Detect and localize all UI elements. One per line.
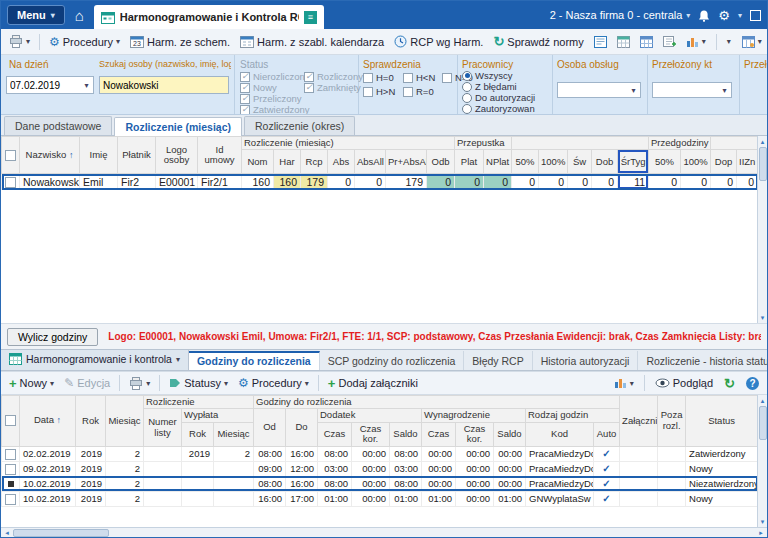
col-dodatek-czas-kor[interactable]: Czas kor. — [352, 422, 390, 446]
tab-bledy-rcp[interactable]: Błędy RCP — [464, 351, 532, 370]
radio-wszyscy[interactable]: Wszyscy — [462, 70, 512, 81]
radio-z-bledami[interactable]: Z błędami — [462, 81, 517, 92]
radio-zautoryzowane[interactable]: Zautoryzowan — [462, 103, 535, 114]
col-zalacznik[interactable]: Załącznik — [620, 396, 658, 447]
col-dodatek-czas[interactable]: Czas — [318, 422, 352, 446]
col-absall[interactable]: AbsAll — [355, 150, 386, 174]
home-icon[interactable]: ⌂ — [71, 8, 88, 23]
col-numer-listy[interactable]: Numer listy — [144, 409, 182, 446]
col-kod[interactable]: Kod — [526, 422, 594, 446]
col-status[interactable]: Status — [686, 396, 758, 447]
col-do[interactable]: Do — [286, 409, 318, 446]
select-all-header-lower[interactable] — [2, 396, 20, 447]
cell-auto[interactable]: ✓ — [594, 461, 620, 476]
statuses-menu[interactable]: Statusy ▾ — [165, 375, 232, 391]
calendar-month-button[interactable] — [613, 34, 634, 50]
app-tab[interactable]: Harmonogramowanie i Kontrola RC ≡ — [94, 5, 324, 29]
row-checkbox[interactable] — [5, 464, 16, 475]
tab-historia-autoryzacji[interactable]: Historia autoryzacji — [533, 351, 639, 370]
hours-row-selected[interactable]: 10.02.2019 2019 2 08:00 16:00 08:00 00:0… — [2, 476, 758, 491]
check-norms-button[interactable]: ↻ Sprawdź normy — [489, 33, 587, 50]
harmonogram-from-template-button[interactable]: Harm. z szabl. kalendarza — [236, 33, 388, 50]
checkbox-zamkniety[interactable]: ✓Zamknięty — [304, 82, 361, 93]
calculate-hours-button[interactable]: Wylicz godziny — [7, 328, 98, 346]
select-all-checkbox[interactable] — [5, 150, 16, 161]
summary-table-button[interactable] — [636, 34, 657, 50]
row-select-cell[interactable] — [2, 491, 20, 506]
scroll-down-icon[interactable]: ▾ — [761, 312, 765, 323]
checkbox-zatwierdzony[interactable]: ✓Zatwierdzony — [240, 104, 310, 115]
scroll-thumb[interactable] — [13, 529, 109, 537]
col-50[interactable]: 50% — [512, 150, 539, 174]
col-100[interactable]: 100% — [539, 150, 568, 174]
refresh-button-lower[interactable]: ↻ — [720, 375, 739, 392]
col-platnik[interactable]: Płatnik — [118, 137, 156, 174]
col-miesiac[interactable]: Miesiąc — [106, 396, 144, 447]
checkbox-przeliczony[interactable]: ✓Przeliczony — [240, 93, 302, 104]
col-rcp[interactable]: Rcp — [301, 150, 328, 174]
rcp-entries-button[interactable] — [590, 34, 611, 50]
cell-auto[interactable]: ✓ — [594, 491, 620, 506]
scroll-left-icon[interactable]: ◂ — [1, 529, 13, 537]
edit-button[interactable]: ✎ Edycja — [60, 375, 114, 391]
col-nom[interactable]: Nom — [242, 150, 274, 174]
operator-field[interactable] — [558, 85, 627, 96]
col-nazwisko[interactable]: Nazwisko ↑ — [20, 137, 80, 174]
checkbox-nowy[interactable]: ✓Nowy — [240, 82, 277, 93]
col-dob[interactable]: Dob — [592, 150, 618, 174]
row-select-cell[interactable] — [2, 446, 20, 461]
col-auto[interactable]: Auto — [594, 422, 620, 446]
search-box[interactable] — [99, 76, 229, 94]
checkbox-nierozliczony[interactable]: ✓Nierozliczony — [240, 71, 310, 82]
tab-rozliczenie-okres[interactable]: Rozliczenie (okres) — [244, 116, 355, 135]
company-selector[interactable]: 2 - Nasza firma 0 - centrala ▾ — [550, 9, 691, 21]
checkbox-rozliczony[interactable]: ✓Rozliczony — [304, 71, 363, 82]
vertical-scrollbar[interactable]: ▴ ▾ — [757, 395, 767, 527]
radio-do-autoryzacji[interactable]: Do autoryzacji — [462, 92, 535, 103]
preview-button[interactable]: Podgląd — [651, 375, 717, 391]
col-wyplata-miesiac[interactable]: Miesiąc — [214, 422, 254, 446]
procedures-menu-lower[interactable]: ⚙ Procedury ▾ — [234, 375, 313, 391]
supervisor-field[interactable] — [653, 85, 718, 96]
checkbox-hn[interactable]: H<N — [403, 72, 435, 83]
hours-row[interactable]: 10.02.2019 2019 2 16:00 17:00 01:00 00:0… — [2, 491, 758, 506]
view-columns-menu[interactable]: ▾ — [738, 34, 766, 50]
row-checkbox[interactable] — [5, 449, 16, 460]
col-abs[interactable]: Abs — [328, 150, 355, 174]
col-id-umowy[interactable]: Id umowy — [198, 137, 242, 174]
view-selector[interactable]: Harmonogramowanie i kontrola ▾ — [1, 349, 189, 370]
search-input[interactable] — [100, 80, 228, 91]
chevron-down-icon[interactable]: ▾ — [627, 86, 640, 95]
horizontal-scrollbar[interactable]: ◂ ▸ — [1, 527, 767, 537]
checkbox-r0[interactable]: R=0 — [403, 86, 434, 97]
col-iizn[interactable]: IIZn — [737, 150, 758, 174]
cell-auto[interactable]: ✓ — [594, 476, 620, 491]
tab-godziny-do-rozliczenia[interactable]: Godziny do rozliczenia — [189, 351, 320, 370]
vertical-scrollbar[interactable]: ▴ ▾ — [757, 136, 767, 323]
scroll-right-icon[interactable]: ▸ — [755, 529, 767, 537]
date-input[interactable]: ▾ — [6, 76, 94, 94]
bell-icon[interactable] — [698, 9, 710, 22]
col-sw[interactable]: Św — [568, 150, 592, 174]
col-wyplata-rok[interactable]: Rok — [182, 422, 214, 446]
col-od[interactable]: Od — [254, 409, 286, 446]
cell-auto[interactable]: ✓ — [594, 446, 620, 461]
rcp-by-harmonogram-button[interactable]: RCP wg Harm. — [390, 33, 487, 50]
tab-scp-godziny[interactable]: SCP godziny do rozliczenia — [320, 351, 465, 370]
scroll-thumb[interactable] — [759, 406, 767, 440]
row-checkbox[interactable] — [5, 177, 16, 188]
tab-rozliczenie-miesiac[interactable]: Rozliczenie (miesiąc) — [114, 117, 242, 136]
col-srtyg[interactable]: ŚrTyg — [618, 150, 649, 174]
supervisor-select[interactable]: ▾ — [652, 82, 732, 98]
checkbox-h0[interactable]: H=0 — [363, 72, 394, 83]
window-icon[interactable] — [750, 10, 761, 21]
scroll-up-icon[interactable]: ▴ — [761, 136, 765, 147]
help-button-lower[interactable]: ? — [742, 375, 763, 392]
hours-row[interactable]: 02.02.2019 2019 2 2019 2 08:00 16:00 08:… — [2, 446, 758, 461]
col-imie[interactable]: Imię — [80, 137, 118, 174]
row-select-cell[interactable] — [2, 476, 20, 491]
col-poza-rozl[interactable]: Poza rozl. — [658, 396, 686, 447]
col-nplat[interactable]: NPlat — [484, 150, 512, 174]
col-przed-100[interactable]: 100% — [681, 150, 711, 174]
print-button-lower[interactable]: ▾ — [125, 375, 154, 392]
